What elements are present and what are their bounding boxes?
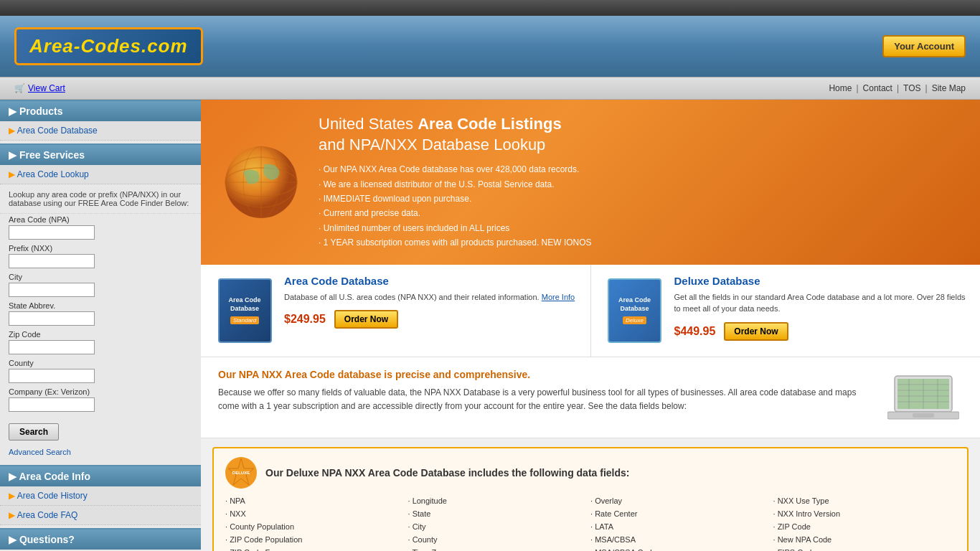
products-arrow: ▶	[9, 105, 17, 117]
hero-title: United States Area Code Listings	[319, 114, 592, 135]
bullet-1: · Our NPA NXX Area Code database has ove…	[319, 162, 592, 176]
company-input[interactable]	[9, 397, 95, 412]
nav-bar: 🛒 View Cart Home | Contact | TOS | Site …	[0, 77, 980, 100]
field-msa-cbsa: MSA/CBSA	[590, 534, 773, 545]
state-form-group: State Abbrev.	[0, 300, 201, 329]
svg-rect-16	[913, 413, 934, 418]
sidebar-item-area-code-lookup[interactable]: ▶ Area Code Lookup	[0, 165, 201, 184]
deluxe-section-header: DELUXE Our Deluxe NPA NXX Area Code Data…	[225, 457, 956, 489]
sidebar-item-area-code-history[interactable]: ▶ Area Code History	[0, 486, 201, 506]
nav-home-link[interactable]: Home	[829, 83, 852, 93]
deluxe-fields-grid: NPA Longitude Overlay NXX Use Type NXX S…	[225, 496, 956, 551]
field-zip-code: ZIP Code	[773, 522, 956, 532]
field-zip-population: ZIP Code Population	[225, 534, 408, 545]
bullet-5: · Unlimited number of users included in …	[319, 221, 592, 235]
deluxe-product-info: Deluxe Database Get all the fields in ou…	[674, 275, 969, 347]
nav-right: Home | Contact | TOS | Site Map	[829, 83, 966, 93]
area-code-faq-link[interactable]: Area Code FAQ	[17, 510, 78, 520]
free-services-arrow: ▶	[9, 149, 17, 161]
nav-sitemap-link[interactable]: Site Map	[932, 83, 966, 93]
deluxe-header-text: Our Deluxe NPA NXX Area Code Database in…	[265, 467, 629, 479]
city-label: City	[9, 273, 192, 281]
history-arrow: ▶	[9, 491, 17, 501]
view-cart-link[interactable]: View Cart	[28, 83, 65, 93]
hero-subtitle: and NPA/NXX Database Lookup	[319, 135, 592, 156]
content-area: United States Area Code Listings and NPA…	[201, 100, 980, 551]
field-msa-cbsa-code: MSA/CBSA Code	[590, 547, 773, 551]
zip-input[interactable]	[9, 340, 95, 354]
your-account-button[interactable]: Your Account	[882, 35, 966, 57]
description-section: Our NPA NXX Area Code database is precis…	[201, 357, 980, 438]
free-services-section-header: ▶ Free Services	[0, 143, 201, 165]
advanced-search-link[interactable]: Advanced Search	[0, 446, 201, 462]
area-code-database-link[interactable]: Area Code Database	[17, 126, 98, 136]
field-nxx-use-type: NXX Use Type	[773, 496, 956, 506]
county-form-group: County	[0, 357, 201, 386]
city-form-group: City	[0, 271, 201, 300]
company-form-group: Company (Ex: Verizon)	[0, 386, 201, 415]
field-fips-code: FIPS Code	[773, 547, 956, 551]
field-npa: NPA	[225, 496, 408, 506]
deluxe-product-image: Area CodeDatabase Deluxe	[603, 275, 667, 347]
bullet-6: · 1 YEAR subscription comes with all pro…	[319, 235, 592, 250]
header: Area-Codes.com Your Account	[0, 16, 980, 77]
state-label: State Abbrev.	[9, 301, 192, 310]
prefix-input[interactable]	[9, 254, 95, 268]
main-layout: ▶ Products ▶ Area Code Database ▶ Free S…	[0, 100, 980, 551]
zip-form-group: Zip Code	[0, 329, 201, 357]
faq-arrow: ▶	[9, 510, 17, 520]
standard-product-info: Area Code Database Database of all U.S. …	[284, 275, 575, 347]
deluxe-badge: DELUXE	[225, 457, 257, 489]
area-code-history-link[interactable]: Area Code History	[17, 491, 88, 501]
deluxe-title: Deluxe Database	[674, 275, 969, 287]
svg-text:DELUXE: DELUXE	[232, 471, 250, 475]
field-nxx-intro-version: NXX Intro Version	[773, 509, 956, 519]
nav-contact-link[interactable]: Contact	[863, 83, 892, 93]
description-text: Our NPA NXX Area Code database is precis…	[218, 369, 870, 426]
hero-globe	[218, 114, 304, 250]
standard-product-image: Area CodeDatabase Standard	[212, 275, 277, 347]
field-time-zone: Time Zone	[408, 547, 591, 551]
zip-label: Zip Code	[9, 330, 192, 339]
questions-arrow: ▶	[9, 534, 17, 545]
sidebar-item-area-code-database[interactable]: ▶ Area Code Database	[0, 121, 201, 141]
county-label: County	[9, 359, 192, 367]
standard-price: $249.95	[284, 313, 326, 326]
nav-left: 🛒 View Cart	[14, 83, 65, 93]
field-state: State	[408, 509, 591, 519]
field-overlay: Overlay	[590, 496, 773, 506]
nav-sep-3: |	[925, 83, 928, 93]
standard-more-info-link[interactable]: More Info	[542, 293, 575, 301]
sidebar: ▶ Products ▶ Area Code Database ▶ Free S…	[0, 100, 201, 551]
deluxe-product-card: Area CodeDatabase Deluxe Deluxe Database…	[591, 265, 981, 357]
deluxe-order-button[interactable]: Order Now	[724, 322, 788, 341]
laptop-svg	[887, 369, 959, 426]
site-logo: Area-Codes.com	[14, 27, 203, 65]
state-input[interactable]	[9, 311, 95, 326]
field-county: County	[408, 534, 591, 545]
area-code-lookup-link[interactable]: Area Code Lookup	[17, 169, 89, 179]
area-code-input[interactable]	[9, 225, 95, 240]
sidebar-item-area-code-faq[interactable]: ▶ Area Code FAQ	[0, 506, 201, 525]
county-input[interactable]	[9, 369, 95, 383]
products-row: Area CodeDatabase Standard Area Code Dat…	[201, 265, 980, 357]
desc-heading: Our NPA NXX Area Code database is precis…	[218, 369, 870, 380]
field-county-population: County Population	[225, 522, 408, 532]
search-button[interactable]: Search	[9, 423, 59, 441]
deluxe-desc: Get all the fields in our standard Area …	[674, 291, 969, 315]
laptop-image	[884, 369, 963, 426]
field-longitude: Longitude	[408, 496, 591, 506]
standard-price-row: $249.95 Order Now	[284, 310, 575, 329]
standard-desc: Database of all U.S. area codes (NPA NXX…	[284, 291, 575, 303]
cart-icon-area[interactable]: 🛒 View Cart	[14, 83, 65, 93]
standard-title: Area Code Database	[284, 275, 575, 287]
hero-text: United States Area Code Listings and NPA…	[319, 114, 592, 250]
city-input[interactable]	[9, 283, 95, 297]
nav-tos-link[interactable]: TOS	[903, 83, 920, 93]
standard-order-button[interactable]: Order Now	[334, 310, 398, 329]
bullet-2: · We are a licensed distributor of the U…	[319, 177, 592, 192]
products-section-header: ▶ Products	[0, 100, 201, 121]
logo-area: Area-Codes.com	[14, 27, 203, 65]
info-arrow: ▶	[9, 471, 17, 482]
field-rate-center: Rate Center	[590, 509, 773, 519]
